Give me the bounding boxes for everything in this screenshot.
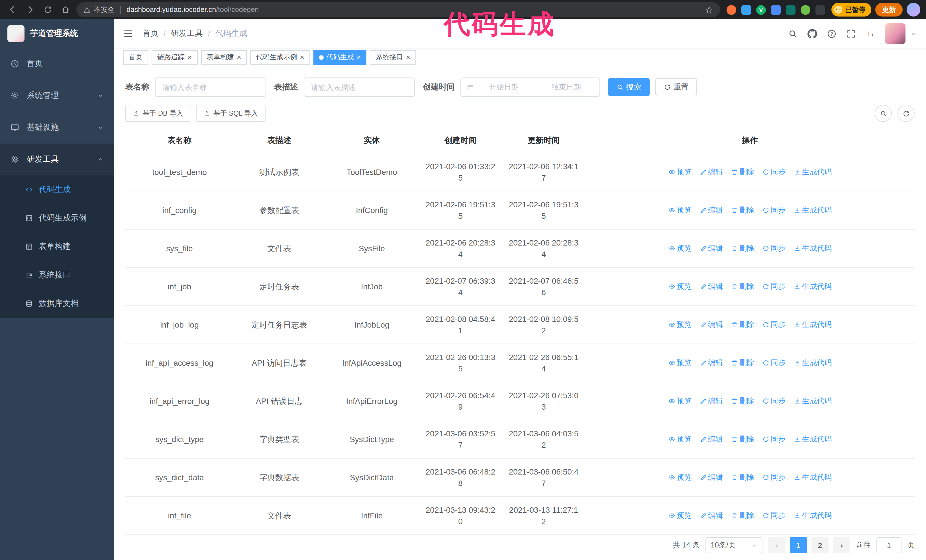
search-icon[interactable] [788, 29, 798, 38]
sync-action-link[interactable]: 同步 [762, 242, 785, 254]
github-icon[interactable] [808, 29, 817, 38]
tab-form-builder[interactable]: 表单构建 × [201, 50, 247, 65]
delete-action-link[interactable]: 删除 [731, 166, 754, 177]
download-action-link[interactable]: 生成代码 [793, 166, 832, 177]
close-icon[interactable]: × [406, 54, 410, 61]
download-action-link[interactable]: 生成代码 [793, 433, 832, 445]
edit-action-link[interactable]: 编辑 [699, 281, 723, 292]
extension-icon[interactable]: V [756, 5, 766, 15]
extension-icon[interactable] [741, 5, 751, 15]
forward-icon[interactable] [23, 3, 37, 17]
close-icon[interactable]: × [300, 54, 304, 61]
sidebar-item-system[interactable]: 系统管理 [0, 80, 114, 112]
delete-action-link[interactable]: 删除 [731, 357, 754, 368]
home-icon[interactable] [59, 3, 73, 17]
tab-codegen-example[interactable]: 代码生成示例 × [250, 50, 310, 65]
extension-icon[interactable] [786, 5, 796, 15]
reload-icon[interactable] [41, 3, 55, 17]
sidebar-item-devtools[interactable]: 研发工具 [0, 143, 114, 175]
reset-button[interactable]: 重置 [655, 78, 697, 96]
address-bar[interactable]: 不安全 dashboard.yudao.iocoder.cn/tool/code… [76, 2, 720, 17]
back-icon[interactable] [6, 3, 20, 17]
eye-action-link[interactable]: 预览 [668, 204, 691, 216]
fullscreen-icon[interactable] [846, 29, 856, 38]
edit-action-link[interactable]: 编辑 [699, 357, 723, 368]
tab-system-api[interactable]: 系统接口 × [370, 50, 416, 65]
eye-action-link[interactable]: 预览 [668, 319, 691, 330]
extension-icon[interactable] [816, 5, 825, 15]
sidebar-item-infra[interactable]: 基础设施 [0, 112, 114, 143]
sync-action-link[interactable]: 同步 [762, 395, 785, 406]
sidebar-item-form-builder[interactable]: 表单构建 [0, 232, 114, 261]
download-action-link[interactable]: 生成代码 [793, 204, 832, 216]
eye-action-link[interactable]: 预览 [668, 281, 691, 292]
delete-action-link[interactable]: 删除 [731, 281, 754, 292]
question-icon[interactable]: ? [827, 29, 837, 38]
table-name-input[interactable] [155, 77, 266, 97]
browser-avatar[interactable] [906, 3, 920, 17]
delete-action-link[interactable]: 删除 [731, 319, 754, 330]
eye-action-link[interactable]: 预览 [668, 242, 691, 254]
download-action-link[interactable]: 生成代码 [793, 319, 832, 330]
download-action-link[interactable]: 生成代码 [793, 471, 832, 483]
sidebar-item-codegen[interactable]: 代码生成 [0, 175, 114, 204]
toggle-search-button[interactable] [875, 105, 892, 122]
eye-action-link[interactable]: 预览 [668, 166, 691, 177]
bookmark-star-icon[interactable] [705, 5, 713, 14]
sync-paused-badge[interactable]: 已暂停 [831, 3, 871, 17]
edit-action-link[interactable]: 编辑 [699, 319, 723, 330]
sync-action-link[interactable]: 同步 [762, 357, 785, 368]
tab-codegen[interactable]: 代码生成 × [313, 50, 367, 65]
delete-action-link[interactable]: 删除 [731, 510, 754, 521]
edit-action-link[interactable]: 编辑 [699, 395, 723, 406]
sidebar-item-system-api[interactable]: 系统接口 [0, 261, 114, 290]
menu-collapse-icon[interactable] [123, 29, 133, 39]
breadcrumb-item[interactable]: 首页 [142, 29, 159, 39]
delete-action-link[interactable]: 删除 [731, 471, 754, 483]
table-desc-input[interactable] [304, 77, 415, 97]
sync-action-link[interactable]: 同步 [762, 319, 785, 330]
page-size-select[interactable]: 10条/页 [705, 537, 763, 553]
tab-tracing[interactable]: 链路追踪 × [151, 50, 197, 65]
eye-action-link[interactable]: 预览 [668, 510, 691, 521]
tab-home[interactable]: 首页 [123, 50, 148, 65]
prev-page-button[interactable]: ‹ [768, 537, 785, 553]
user-avatar[interactable] [885, 23, 905, 44]
logo[interactable]: 芋道管理系统 [0, 20, 114, 48]
refresh-table-button[interactable] [897, 105, 915, 122]
edit-action-link[interactable]: 编辑 [699, 204, 723, 216]
extension-icon[interactable] [771, 5, 781, 15]
edit-action-link[interactable]: 编辑 [699, 166, 723, 177]
download-action-link[interactable]: 生成代码 [793, 357, 832, 368]
delete-action-link[interactable]: 删除 [731, 395, 754, 406]
import-db-button[interactable]: 基于 DB 导入 [126, 105, 191, 122]
extension-icon[interactable] [726, 5, 736, 15]
sync-action-link[interactable]: 同步 [762, 204, 785, 216]
breadcrumb-item[interactable]: 研发工具 [171, 29, 203, 39]
import-sql-button[interactable]: 基于 SQL 导入 [196, 105, 265, 122]
download-action-link[interactable]: 生成代码 [793, 395, 832, 406]
sync-action-link[interactable]: 同步 [762, 510, 785, 521]
close-icon[interactable]: × [237, 54, 241, 61]
goto-page-input[interactable] [876, 537, 902, 553]
sidebar-item-home[interactable]: 首页 [0, 48, 114, 80]
search-button[interactable]: 搜索 [608, 78, 650, 96]
edit-action-link[interactable]: 编辑 [699, 242, 723, 254]
eye-action-link[interactable]: 预览 [668, 471, 691, 483]
delete-action-link[interactable]: 删除 [731, 204, 754, 216]
page-button[interactable]: 2 [811, 537, 829, 553]
close-icon[interactable]: × [357, 54, 361, 61]
eye-action-link[interactable]: 预览 [668, 433, 691, 445]
chevron-down-icon[interactable] [911, 30, 917, 37]
edit-action-link[interactable]: 编辑 [699, 510, 723, 521]
update-button[interactable]: 更新 [875, 3, 903, 17]
eye-action-link[interactable]: 预览 [668, 395, 691, 406]
sync-action-link[interactable]: 同步 [762, 471, 785, 483]
next-page-button[interactable]: › [833, 537, 850, 553]
font-size-icon[interactable]: TT [865, 29, 875, 38]
eye-action-link[interactable]: 预览 [668, 357, 691, 368]
sidebar-item-db-doc[interactable]: 数据库文档 [0, 290, 114, 318]
extension-icon[interactable] [800, 5, 810, 15]
edit-action-link[interactable]: 编辑 [699, 471, 723, 483]
download-action-link[interactable]: 生成代码 [793, 510, 832, 521]
